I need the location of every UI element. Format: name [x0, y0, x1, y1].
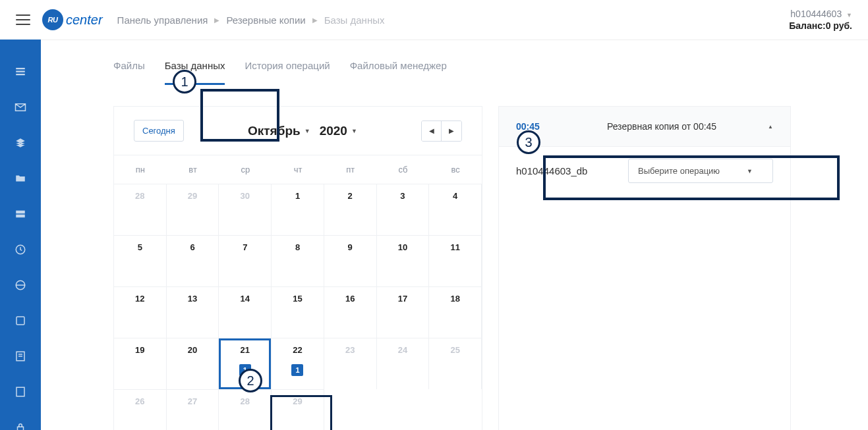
backup-count-badge: 1 [291, 364, 303, 376]
dashboard-icon[interactable] [13, 66, 28, 78]
calendar-day[interactable]: 20 [167, 338, 219, 389]
svg-rect-3 [16, 211, 25, 214]
tab-history[interactable]: История операций [245, 60, 330, 85]
folder-icon[interactable] [13, 173, 28, 184]
next-month-button[interactable]: ▶ [442, 121, 461, 141]
calendar-day: 23 [324, 338, 377, 389]
weekday-label: вт [167, 155, 219, 184]
chevron-down-icon: ▼ [846, 12, 852, 18]
backup-panel: 00:45 Резервная копия от 00:45 ▲ h010444… [498, 106, 791, 430]
year-select[interactable]: 2020▼ [320, 124, 357, 138]
calendar-panel: Сегодня Октябрь▼ 2020▼ ◀ ▶ пнвтсрчтптсбв… [113, 106, 482, 430]
account-switcher[interactable]: h010444603 ▼ [789, 9, 852, 19]
tab-files[interactable]: Файлы [113, 60, 145, 85]
calendar-day[interactable]: 13 [167, 286, 219, 338]
calendar-day[interactable]: 5 [114, 235, 167, 286]
calendar-day[interactable]: 16 [324, 286, 377, 338]
calendar-day[interactable]: 6 [167, 235, 219, 286]
month-select[interactable]: Октябрь▼ [248, 124, 310, 138]
tabs: Файлы Базы данных История операций Файло… [113, 40, 852, 98]
calendar-day: 27 [167, 389, 219, 430]
invoice-icon[interactable] [13, 350, 28, 362]
chevron-down-icon: ▼ [747, 168, 753, 175]
lock-icon[interactable] [13, 421, 28, 430]
backup-time: 00:45 [516, 121, 556, 132]
chevron-right-icon: ▶ [312, 16, 318, 24]
weekday-label: пн [114, 155, 167, 184]
calendar-day: 28 [114, 184, 167, 235]
calendar-day[interactable]: 9 [324, 235, 377, 286]
operation-select-placeholder: Выберите операцию [638, 166, 720, 176]
calendar-day[interactable]: 4 [429, 184, 482, 235]
operation-select[interactable]: Выберите операцию ▼ [628, 159, 773, 183]
chevron-right-icon: ▶ [214, 16, 219, 24]
svg-rect-1 [16, 71, 25, 72]
logo-badge: RU [42, 9, 63, 30]
svg-rect-2 [16, 74, 25, 75]
calendar-day: 24 [377, 338, 430, 389]
tab-databases[interactable]: Базы данных [165, 60, 225, 85]
weekday-label: вс [429, 155, 482, 184]
tab-file-manager[interactable]: Файловый менеджер [350, 60, 447, 85]
chevron-down-icon: ▼ [304, 128, 310, 134]
calendar-day: 26 [114, 389, 167, 430]
calendar-day: 25 [429, 338, 482, 389]
calendar-day[interactable]: 211 [219, 338, 272, 389]
logo-text: center [66, 13, 103, 28]
server-icon[interactable] [13, 208, 28, 220]
svg-rect-9 [16, 387, 24, 396]
calendar-day[interactable]: 19 [114, 338, 167, 389]
calendar-day[interactable]: 17 [377, 286, 430, 338]
sidebar [0, 40, 41, 430]
chevron-down-icon: ▼ [351, 128, 357, 134]
logo[interactable]: RU center [42, 9, 103, 30]
calendar-day: 28 [219, 389, 272, 430]
breadcrumb-link[interactable]: Панель управления [117, 14, 208, 26]
backup-time-selector[interactable]: 00:45 Резервная копия от 00:45 ▲ [499, 107, 790, 147]
calendar-day[interactable]: 7 [219, 235, 272, 286]
svg-rect-0 [16, 68, 25, 69]
today-button[interactable]: Сегодня [134, 120, 184, 142]
calendar-day[interactable]: 15 [272, 286, 324, 338]
weekday-label: ср [219, 155, 272, 184]
weekday-label: пт [324, 155, 377, 184]
weekday-label: чт [272, 155, 324, 184]
clock-icon[interactable] [13, 244, 28, 255]
backup-label: Резервная копия от 00:45 [556, 121, 768, 132]
calendar-day[interactable]: 14 [219, 286, 272, 338]
weekday-label: сб [377, 155, 430, 184]
calendar-day[interactable]: 18 [429, 286, 482, 338]
calendar-day: 30 [219, 184, 272, 235]
calendar-day[interactable]: 3 [377, 184, 430, 235]
database-name: h010444603_db [516, 165, 615, 176]
globe-icon[interactable] [13, 279, 28, 291]
account-block: h010444603 ▼ Баланс:0 руб. [789, 9, 852, 31]
breadcrumb-current: Базы данных [324, 14, 385, 26]
svg-rect-4 [16, 215, 25, 218]
calendar-day[interactable]: 221 [272, 338, 324, 389]
calendar-day[interactable]: 1 [272, 184, 324, 235]
svg-rect-10 [18, 427, 24, 430]
svg-rect-7 [16, 317, 24, 325]
calendar-day[interactable]: 8 [272, 235, 324, 286]
calendar-day[interactable]: 10 [377, 235, 430, 286]
settings-icon[interactable] [13, 315, 28, 327]
calendar-day[interactable]: 12 [114, 286, 167, 338]
balance-label: Баланс:0 руб. [789, 20, 852, 31]
calendar-day[interactable]: 11 [429, 235, 482, 286]
prev-month-button[interactable]: ◀ [422, 121, 442, 141]
breadcrumb: Панель управления ▶ Резервные копии ▶ Ба… [117, 14, 385, 26]
report-icon[interactable] [13, 386, 28, 398]
chevron-up-icon: ▲ [768, 124, 773, 130]
backup-count-badge: 1 [239, 364, 251, 376]
menu-toggle-button[interactable] [16, 14, 30, 25]
calendar-day: 29 [167, 184, 219, 235]
breadcrumb-link[interactable]: Резервные копии [226, 14, 305, 26]
layers-icon[interactable] [13, 137, 28, 149]
calendar-day[interactable]: 2 [324, 184, 377, 235]
account-id-text: h010444603 [790, 9, 842, 19]
mail-icon[interactable] [13, 101, 28, 113]
calendar-day: 29 [272, 389, 324, 430]
